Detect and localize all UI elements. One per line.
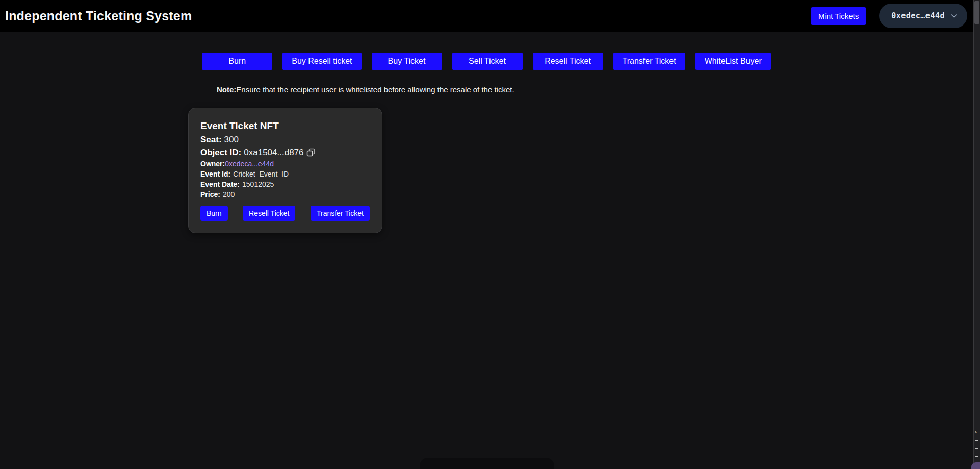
note-label: Note: xyxy=(217,85,236,94)
resell-ticket-button[interactable]: Resell Ticket xyxy=(533,53,603,70)
card-resell-ticket-button[interactable]: Resell Ticket xyxy=(243,206,295,221)
page-title: Independent Ticketing System xyxy=(5,9,192,23)
price-value: 200 xyxy=(223,190,235,199)
card-actions-row: Burn Resell Ticket Transfer Ticket xyxy=(200,206,370,221)
scrollbar-marker: s xyxy=(975,430,977,434)
event-date-row: Event Date:15012025 xyxy=(200,179,370,189)
sell-ticket-button[interactable]: Sell Ticket xyxy=(452,53,523,70)
object-id-row: Object ID:0xa1504...d876 xyxy=(200,146,370,159)
event-date-label: Event Date: xyxy=(200,180,240,188)
burn-button[interactable]: Burn xyxy=(202,53,272,70)
whitelist-buyer-button[interactable]: WhiteList Buyer xyxy=(695,53,771,70)
event-date-value: 15012025 xyxy=(242,180,274,188)
scrollbar-tick xyxy=(975,440,978,441)
wallet-address: 0xedec…e44d xyxy=(891,11,945,20)
event-ticket-card: Event Ticket NFT Seat:300 Object ID:0xa1… xyxy=(188,108,382,233)
price-row: Price:200 xyxy=(200,189,370,200)
transfer-ticket-button[interactable]: Transfer Ticket xyxy=(613,53,685,70)
toast-shadow xyxy=(420,458,554,469)
object-id-label: Object ID: xyxy=(200,147,241,157)
scrollbar-tick xyxy=(975,456,978,457)
event-id-row: Event Id:Cricket_Event_ID xyxy=(200,169,370,179)
price-label: Price: xyxy=(200,190,220,199)
seat-label: Seat: xyxy=(200,135,222,144)
mint-tickets-button[interactable]: Mint Tickets xyxy=(811,7,866,25)
card-burn-button[interactable]: Burn xyxy=(200,206,228,221)
action-buttons-row: Burn Buy Resell ticket Buy Ticket Sell T… xyxy=(0,53,973,70)
corner-widget xyxy=(971,462,980,469)
event-id-label: Event Id: xyxy=(200,170,230,178)
header-actions: Mint Tickets 0xedec…e44d xyxy=(811,4,967,28)
card-transfer-ticket-button[interactable]: Transfer Ticket xyxy=(311,206,370,221)
seat-row: Seat:300 xyxy=(200,133,370,146)
owner-row: Owner:0xedeca...e44d xyxy=(200,159,370,169)
app-header: Independent Ticketing System Mint Ticket… xyxy=(0,0,980,32)
buy-ticket-button[interactable]: Buy Ticket xyxy=(372,53,442,70)
chevron-down-icon xyxy=(950,12,958,20)
seat-value: 300 xyxy=(224,135,239,144)
event-id-value: Cricket_Event_ID xyxy=(233,170,289,178)
object-id-value: 0xa1504...d876 xyxy=(244,147,303,157)
buy-resell-ticket-button[interactable]: Buy Resell ticket xyxy=(282,53,361,70)
wallet-account-button[interactable]: 0xedec…e44d xyxy=(879,4,967,28)
whitelist-note: Note:Ensure that the recipient user is w… xyxy=(217,85,514,94)
copy-icon[interactable] xyxy=(306,148,315,158)
scrollbar-tick xyxy=(975,448,978,449)
note-text: Ensure that the recipient user is whitel… xyxy=(236,85,514,94)
scrollbar-thumb[interactable] xyxy=(974,1,979,24)
card-title: Event Ticket NFT xyxy=(200,120,370,132)
vertical-scrollbar[interactable]: s xyxy=(973,0,980,469)
owner-address-link[interactable]: 0xedeca...e44d xyxy=(225,160,274,168)
owner-label: Owner: xyxy=(200,160,225,168)
